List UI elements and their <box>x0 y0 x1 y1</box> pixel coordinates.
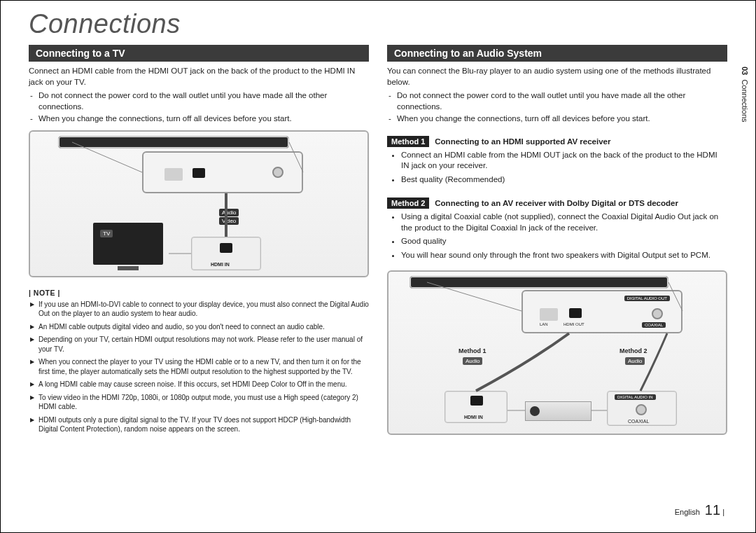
audio-intro: You can connect the Blu-ray player to an… <box>387 66 727 88</box>
heading-connecting-tv: Connecting to a TV <box>29 45 369 62</box>
note-item: When you connect the player to your TV u… <box>38 357 369 376</box>
method2-b2: Good quality <box>401 236 727 247</box>
audio-warn-1: Do not connect the power cord to the wal… <box>397 90 727 112</box>
diagram-tv: Audio Video TV HDMI IN <box>29 130 369 277</box>
page-footer: English 11 | <box>387 502 727 518</box>
diagram-lines <box>30 132 368 276</box>
tv-warn-1: Do not connect the power cord to the wal… <box>38 90 369 112</box>
note-item: An HDMI cable outputs digital video and … <box>38 322 369 332</box>
notes-list: If you use an HDMI-to-DVI cable to conne… <box>29 300 369 438</box>
diagram-audio: LAN HDMI OUT DIGITAL AUDIO OUT COAXIAL M… <box>387 270 727 435</box>
note-item: If you use an HDMI-to-DVI cable to conne… <box>38 300 369 319</box>
page-title: Connections <box>29 9 727 39</box>
side-tab-label: Connections <box>741 79 749 122</box>
right-column: Connecting to an Audio System You can co… <box>387 45 727 518</box>
method2-b1: Using a digital Coaxial cable (not suppl… <box>401 212 727 233</box>
method1-title: Connecting to an HDMI supported AV recei… <box>435 137 610 146</box>
svg-line-1 <box>289 142 303 172</box>
svg-line-0 <box>72 142 142 172</box>
heading-connecting-audio: Connecting to an Audio System <box>387 45 727 62</box>
method1-b1: Connect an HDMI cable from the HDMI OUT … <box>401 150 727 172</box>
note-label: | NOTE | <box>29 289 369 297</box>
audio-warn-2: When you change the connections, turn of… <box>397 113 727 125</box>
note-item: Depending on your TV, certain HDMI outpu… <box>38 335 369 354</box>
method2-b3: You will hear sound only through the fro… <box>401 250 727 261</box>
method2-badge: Method 2 <box>387 198 429 209</box>
method1-b2: Best quality (Recommended) <box>401 174 727 186</box>
note-item: A long HDMI cable may cause screen noise… <box>38 380 369 389</box>
svg-line-4 <box>427 282 522 311</box>
footer-lang: English <box>675 508 700 516</box>
side-tab-num: 03 <box>741 67 749 75</box>
tv-intro: Connect an HDMI cable from the HDMI OUT … <box>29 66 369 88</box>
note-item: HDMI outputs only a pure digital signal … <box>38 415 369 434</box>
svg-line-5 <box>668 282 682 311</box>
side-tab: 03 Connections <box>741 67 749 123</box>
footer-page: 11 <box>705 502 720 518</box>
left-column: Connecting to a TV Connect an HDMI cable… <box>29 45 369 518</box>
note-item: To view video in the HDMI 720p, 1080i, o… <box>38 393 369 412</box>
tv-warn-2: When you change the connections, turn of… <box>38 113 369 125</box>
method2-title: Connecting to an AV receiver with Dolby … <box>435 199 678 207</box>
method1-badge: Method 1 <box>387 136 429 147</box>
diagram-lines-r <box>388 272 726 434</box>
